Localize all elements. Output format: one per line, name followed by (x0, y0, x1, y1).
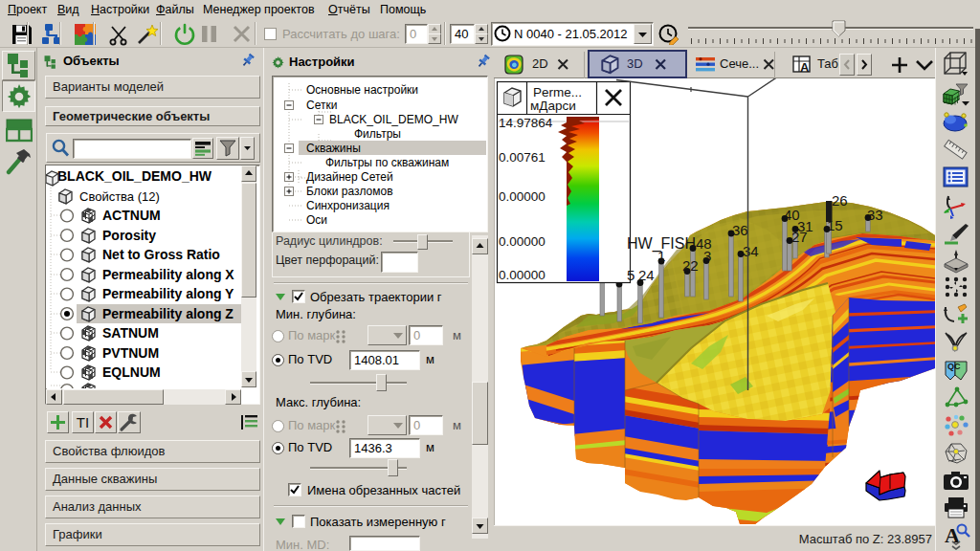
svg-text:0.00000: 0.00000 (499, 189, 546, 204)
svg-text:24: 24 (638, 267, 655, 283)
svg-text:0.00000: 0.00000 (499, 234, 546, 249)
svg-text:33: 33 (867, 207, 883, 223)
svg-text:EQLNUM: EQLNUM (102, 364, 161, 380)
svg-text:Permeability along Z: Permeability along Z (102, 306, 234, 321)
svg-text:QC: QC (947, 362, 961, 371)
svg-text:PVTNUM: PVTNUM (102, 345, 159, 361)
svg-text:5: 5 (627, 267, 635, 283)
svg-text:Фильтры по скважинам: Фильтры по скважинам (325, 156, 449, 169)
svg-text:Perme...: Perme... (533, 85, 582, 99)
svg-text:HW_FISH48: HW_FISH48 (627, 235, 712, 253)
svg-text:14.97864: 14.97864 (499, 116, 553, 130)
svg-text:34: 34 (743, 243, 759, 259)
svg-text:Синхронизация: Синхронизация (306, 199, 390, 212)
svg-text:31: 31 (797, 218, 813, 234)
svg-text:Net to Gross Ratio: Net to Gross Ratio (102, 247, 220, 262)
svg-text:мДарси: мДарси (530, 99, 576, 113)
svg-text:Свойства (12): Свойства (12) (79, 189, 160, 204)
svg-text:Permeability along X: Permeability along X (102, 267, 234, 282)
svg-text:0.00000: 0.00000 (499, 268, 546, 282)
svg-text:26: 26 (832, 192, 848, 209)
svg-text:Porosity: Porosity (102, 228, 156, 243)
svg-text:Скважины: Скважины (306, 142, 361, 155)
svg-text:ACTNUM: ACTNUM (102, 208, 161, 223)
svg-text:Оси: Оси (306, 213, 327, 227)
svg-text:Permeability along Y: Permeability along Y (102, 286, 234, 301)
svg-text:A: A (800, 60, 810, 75)
svg-text:0.00761: 0.00761 (499, 150, 546, 165)
svg-text:Фильтры: Фильтры (354, 127, 401, 141)
svg-text:Блоки разломов: Блоки разломов (306, 185, 393, 198)
svg-text:22: 22 (682, 257, 699, 274)
svg-text:Дизайнер Сетей: Дизайнер Сетей (306, 170, 393, 184)
svg-text:BLACK_OIL_DEMO_HW: BLACK_OIL_DEMO_HW (329, 113, 458, 126)
svg-text:Основные настройки: Основные настройки (306, 83, 418, 97)
svg-text:SATNUM: SATNUM (102, 325, 159, 341)
svg-text:15: 15 (827, 217, 843, 233)
svg-text:BLACK_OIL_DEMO_HW: BLACK_OIL_DEMO_HW (57, 168, 212, 184)
svg-text:Сетки: Сетки (306, 99, 337, 112)
svg-text:36: 36 (732, 222, 748, 238)
